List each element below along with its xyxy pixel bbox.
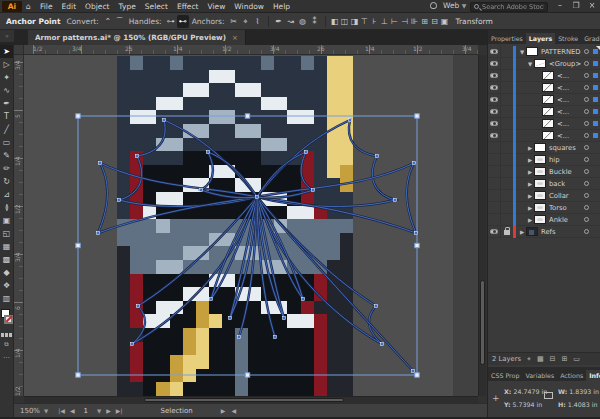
- menu-item-view[interactable]: View: [208, 2, 226, 11]
- anchor-point[interactable]: [199, 188, 202, 191]
- anchor-point[interactable]: [96, 231, 99, 234]
- align-right-icon[interactable]: ◨: [350, 15, 360, 28]
- expand-chevron-icon[interactable]: ▶: [526, 169, 534, 175]
- horizontal-scrollbar[interactable]: [24, 396, 478, 403]
- lock-toggle[interactable]: [501, 106, 513, 118]
- connect-path-icon[interactable]: ⌇: [252, 15, 264, 28]
- vertical-scrollbar-thumb[interactable]: [480, 280, 485, 365]
- menu-item-edit[interactable]: Edit: [62, 2, 77, 11]
- layer-thumbnail[interactable]: [542, 131, 554, 140]
- target-circle-icon[interactable]: [584, 49, 589, 54]
- selection-handle[interactable]: [415, 373, 419, 377]
- target-circle-icon[interactable]: [584, 217, 589, 222]
- tab-properties[interactable]: Properties: [488, 33, 526, 44]
- artboard-number[interactable]: 1: [80, 407, 92, 415]
- tab-gradient[interactable]: Gradient: [581, 33, 600, 44]
- column-graph-tool[interactable]: ▥: [0, 292, 13, 305]
- gradient-tool[interactable]: ▩: [0, 253, 13, 266]
- pen-tool[interactable]: ✒: [0, 97, 13, 110]
- anchor-point[interactable]: [374, 304, 377, 307]
- close-button[interactable]: ×: [586, 0, 598, 12]
- selection-handle[interactable]: [415, 243, 419, 247]
- layer-name[interactable]: <...: [557, 108, 569, 116]
- lasso-tool[interactable]: ∿: [0, 84, 13, 97]
- layer-name[interactable]: Torso: [549, 204, 567, 212]
- tab-stroke[interactable]: Stroke: [555, 33, 581, 44]
- zoom-level-dropdown[interactable]: 150% ▼: [20, 407, 48, 415]
- color-mode-icon[interactable]: [9, 333, 12, 337]
- layer-row-[interactable]: <...: [488, 106, 600, 118]
- target-circle-icon[interactable]: [584, 121, 589, 126]
- target-circle-icon[interactable]: [584, 73, 589, 78]
- selection-handle[interactable]: [76, 114, 80, 118]
- mesh-tool[interactable]: ▦: [0, 240, 13, 253]
- width-tool[interactable]: ≬: [0, 201, 13, 214]
- layer-row-ankle[interactable]: ▶Ankle: [488, 214, 600, 226]
- selection-indicator[interactable]: [593, 61, 598, 66]
- selection-indicator[interactable]: [593, 97, 598, 102]
- anchor-point[interactable]: [380, 342, 383, 345]
- scale-tool[interactable]: ⊿: [0, 188, 13, 201]
- layer-name[interactable]: back: [549, 180, 565, 188]
- lock-toggle[interactable]: [501, 130, 513, 142]
- convert-smooth-icon[interactable]: ⌒: [114, 15, 126, 28]
- next-artboard-button[interactable]: ▶: [106, 407, 111, 414]
- distribute-right-icon[interactable]: ▣: [440, 15, 450, 28]
- layer-name[interactable]: Refs: [541, 228, 556, 236]
- shape-builder-tool[interactable]: ◱: [0, 227, 13, 240]
- anchor-point[interactable]: [117, 198, 120, 201]
- workspace-switcher[interactable]: Web ▼: [443, 1, 466, 10]
- visibility-toggle[interactable]: [488, 226, 501, 238]
- expand-chevron-icon[interactable]: ▶: [526, 181, 534, 187]
- menu-item-select[interactable]: Select: [145, 2, 168, 11]
- selection-handle[interactable]: [245, 114, 249, 118]
- color-mode-buttons[interactable]: [1, 333, 12, 337]
- target-circle-icon[interactable]: [584, 61, 589, 66]
- anchor-point[interactable]: [136, 304, 139, 307]
- magic-wand-tool[interactable]: ✦: [0, 71, 13, 84]
- lock-toggle[interactable]: [501, 82, 513, 94]
- lock-toggle[interactable]: [501, 46, 513, 58]
- visibility-toggle[interactable]: [488, 70, 501, 82]
- layer-row-squares[interactable]: ▶squares: [488, 142, 600, 154]
- lock-toggle[interactable]: [501, 226, 513, 238]
- layer-row-[interactable]: <...: [488, 70, 600, 82]
- layer-name[interactable]: <...: [557, 84, 569, 92]
- layer-thumbnail[interactable]: [542, 83, 554, 92]
- eyedropper-tool[interactable]: ◆: [0, 266, 13, 279]
- layer-thumbnail[interactable]: [534, 155, 546, 164]
- selection-indicator[interactable]: [593, 73, 598, 78]
- selection-handle[interactable]: [415, 114, 419, 118]
- anchor-point[interactable]: [348, 118, 351, 121]
- layer-thumbnail[interactable]: [526, 47, 538, 56]
- selection-indicator[interactable]: [593, 85, 598, 90]
- anchor-point[interactable]: [135, 154, 138, 157]
- new-layer-icon[interactable]: ⊞: [561, 355, 567, 363]
- menu-item-type[interactable]: Type: [119, 2, 136, 11]
- layer-thumbnail[interactable]: [534, 215, 546, 224]
- distribute-bottom-icon[interactable]: ⊪: [410, 15, 420, 28]
- layer-name[interactable]: hip: [549, 156, 560, 164]
- convert-corner-icon[interactable]: ⌃: [102, 15, 114, 28]
- locate-object-icon[interactable]: ⌖: [527, 355, 531, 363]
- selection-tool[interactable]: ➤: [0, 45, 13, 58]
- tab-layers[interactable]: Layers: [526, 33, 555, 44]
- lock-toggle[interactable]: [501, 154, 513, 166]
- menu-item-object[interactable]: Object: [85, 2, 109, 11]
- lock-toggle[interactable]: [501, 202, 513, 214]
- anchor-point[interactable]: [98, 161, 101, 164]
- layer-row-[interactable]: <...: [488, 82, 600, 94]
- selection-indicator[interactable]: [593, 133, 598, 138]
- lightbulb-icon[interactable]: [430, 2, 437, 9]
- lock-toggle[interactable]: [501, 178, 513, 190]
- layer-name[interactable]: PATTERNED: [541, 48, 581, 56]
- target-circle-icon[interactable]: [584, 229, 589, 234]
- paintbrush-tool[interactable]: ✎: [0, 149, 13, 162]
- lock-toggle[interactable]: [501, 94, 513, 106]
- first-artboard-button[interactable]: |◀: [58, 407, 65, 414]
- anchor-point[interactable]: [162, 118, 165, 121]
- layer-row-group[interactable]: ▼<Group>: [488, 58, 600, 70]
- visibility-toggle[interactable]: [488, 58, 501, 70]
- target-circle-icon[interactable]: [584, 193, 589, 198]
- layer-row-buckle[interactable]: ▶Buckle: [488, 166, 600, 178]
